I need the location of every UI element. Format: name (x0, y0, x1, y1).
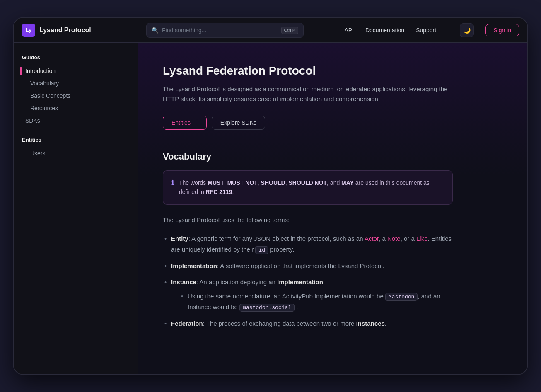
terms-list: Entity: A generic term for any JSON obje… (163, 233, 453, 329)
search-icon: 🔍 (152, 27, 159, 34)
term-entity: Entity (171, 235, 188, 242)
sidebar-item-vocabulary[interactable]: Vocabulary (14, 77, 138, 90)
sidebar-item-introduction[interactable]: Introduction (14, 65, 138, 77)
search-shortcut: Ctrl K (281, 27, 299, 34)
code-mastodon: Mastodon (385, 293, 418, 301)
sidebar-item-users[interactable]: Users (14, 147, 138, 160)
page-subtitle: The Lysand Protocol is designed as a com… (163, 84, 453, 104)
term-instance: Instance (171, 278, 196, 286)
nav-documentation[interactable]: Documentation (365, 27, 404, 34)
info-icon: ℹ (171, 179, 174, 186)
sidebar-item-sdks[interactable]: SDKs (14, 114, 138, 127)
link-like[interactable]: Like (416, 235, 428, 242)
term-federation: Federation (171, 320, 203, 327)
info-box-text: The words MUST, MUST NOT, SHOULD, SHOULD… (179, 178, 444, 197)
explore-sdks-button[interactable]: Explore SDKs (212, 116, 265, 130)
info-box: ℹ The words MUST, MUST NOT, SHOULD, SHOU… (163, 170, 453, 205)
sidebar-section-title-entities: Entities (14, 137, 138, 147)
content-inner: Lysand Federation Protocol The Lysand Pr… (138, 43, 478, 361)
vocabulary-section-title: Vocabulary (163, 151, 453, 162)
cta-buttons: Entities → Explore SDKs (163, 116, 453, 130)
top-navigation: Ly Lysand Protocol 🔍 Find something... C… (14, 18, 527, 43)
sub-list-item-mastodon: Using the same nomenclature, an Activity… (179, 291, 453, 312)
entities-button[interactable]: Entities → (163, 116, 207, 130)
theme-toggle-button[interactable]: 🌙 (460, 23, 474, 37)
sidebar-section-title-guides: Guides (14, 54, 138, 65)
sidebar-item-basic-concepts[interactable]: Basic Concepts (14, 90, 138, 102)
logo-area: Ly Lysand Protocol (22, 24, 138, 37)
list-item-instance: Instance: An application deploying an Im… (163, 277, 453, 312)
list-item-implementation: Implementation: A software application t… (163, 261, 453, 271)
logo-icon: Ly (22, 24, 35, 37)
search-bar[interactable]: 🔍 Find something... Ctrl K (146, 23, 304, 38)
nav-support[interactable]: Support (416, 27, 436, 34)
nav-links: API Documentation Support 🌙 Sign in (344, 23, 519, 37)
content-area: Lysand Federation Protocol The Lysand Pr… (138, 43, 527, 374)
search-placeholder: Find something... (162, 27, 278, 34)
sidebar-section-guides: Guides Introduction Vocabulary Basic Con… (14, 54, 138, 127)
link-note[interactable]: Note (387, 235, 401, 242)
term-implementation: Implementation (171, 262, 217, 269)
sub-list-instance: Using the same nomenclature, an Activity… (179, 291, 453, 312)
sidebar-section-entities: Entities Users (14, 137, 138, 160)
app-title: Lysand Protocol (39, 27, 91, 34)
code-mastodon-social: mastodon.social (239, 304, 295, 312)
nav-divider (448, 25, 448, 35)
main-layout: Guides Introduction Vocabulary Basic Con… (14, 43, 527, 374)
body-intro-text: The Lysand Protocol uses the following t… (163, 215, 453, 225)
sign-in-button[interactable]: Sign in (485, 24, 519, 36)
list-item-federation: Federation: The process of exchanging da… (163, 318, 453, 329)
sidebar: Guides Introduction Vocabulary Basic Con… (14, 43, 138, 374)
sidebar-item-resources[interactable]: Resources (14, 102, 138, 114)
link-actor[interactable]: Actor (365, 235, 379, 242)
code-id: id (255, 246, 268, 254)
nav-api[interactable]: API (344, 27, 354, 34)
page-title: Lysand Federation Protocol (163, 64, 453, 77)
list-item-entity: Entity: A generic term for any JSON obje… (163, 233, 453, 255)
